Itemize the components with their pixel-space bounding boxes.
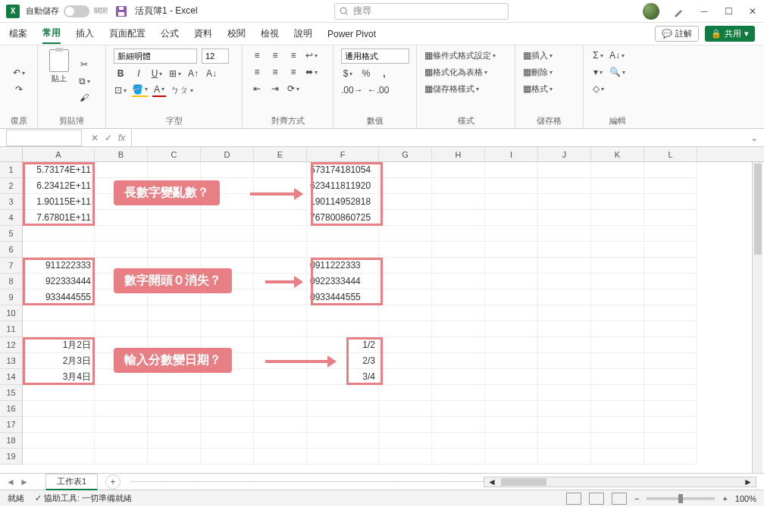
cell[interactable]: 1.90115E+11 — [23, 194, 95, 210]
cell[interactable] — [591, 289, 644, 305]
cell[interactable] — [254, 449, 307, 465]
cell[interactable] — [485, 210, 538, 226]
cell[interactable] — [485, 369, 538, 385]
cell[interactable] — [379, 417, 432, 433]
cell[interactable] — [95, 289, 148, 305]
column-header[interactable]: K — [591, 147, 644, 161]
row-header[interactable]: 9 — [0, 289, 22, 305]
close-button[interactable]: ✕ — [747, 6, 758, 17]
row-header[interactable]: 1 — [0, 162, 22, 178]
align-center-button[interactable]: ≡ — [268, 65, 282, 79]
cell[interactable] — [95, 353, 148, 369]
page-layout-view-button[interactable] — [589, 493, 604, 505]
cell[interactable] — [538, 289, 591, 305]
expand-formula-bar-icon[interactable]: ⌄ — [744, 133, 764, 143]
cell[interactable] — [307, 433, 379, 449]
undo-button[interactable]: ↶ — [8, 66, 30, 80]
sheet-tab[interactable]: 工作表1 — [45, 474, 98, 490]
cell[interactable] — [379, 321, 432, 337]
cell[interactable] — [591, 274, 644, 289]
share-button[interactable]: 🔒 共用 ▾ — [705, 26, 755, 42]
cell[interactable] — [538, 417, 591, 433]
merge-button[interactable]: ⬌ — [305, 65, 318, 79]
clear-button[interactable]: ◇ — [591, 82, 605, 95]
cell[interactable] — [379, 242, 432, 258]
insert-cells-button[interactable]: ▦ 插入 — [523, 49, 553, 62]
column-header[interactable]: J — [538, 147, 591, 161]
cell[interactable] — [538, 226, 591, 242]
cell[interactable] — [432, 401, 485, 417]
cell[interactable] — [591, 449, 644, 465]
column-header[interactable]: L — [644, 147, 697, 161]
cell[interactable] — [379, 210, 432, 226]
cell[interactable] — [485, 242, 538, 258]
cell[interactable] — [591, 210, 644, 226]
cell[interactable] — [95, 274, 148, 289]
cell[interactable] — [644, 194, 697, 210]
cell[interactable] — [254, 289, 307, 305]
cell[interactable] — [201, 401, 254, 417]
row-header[interactable]: 10 — [0, 305, 22, 321]
column-header[interactable]: D — [201, 147, 254, 161]
cell[interactable] — [23, 401, 95, 417]
tab-formulas[interactable]: 公式 — [161, 24, 179, 43]
cell[interactable] — [254, 162, 307, 178]
cell[interactable] — [432, 337, 485, 353]
cell[interactable] — [254, 178, 307, 194]
cell[interactable] — [644, 449, 697, 465]
cell[interactable] — [201, 194, 254, 210]
cell[interactable] — [379, 353, 432, 369]
cell[interactable] — [254, 417, 307, 433]
bold-button[interactable]: B — [114, 67, 127, 80]
name-box[interactable] — [6, 130, 82, 146]
cell[interactable] — [148, 449, 201, 465]
cell[interactable] — [95, 162, 148, 178]
cell[interactable] — [254, 305, 307, 321]
cell[interactable] — [485, 337, 538, 353]
row-header[interactable]: 12 — [0, 337, 22, 353]
cell[interactable] — [379, 274, 432, 289]
cell[interactable]: 5.73174E+11 — [23, 162, 95, 178]
sheet-nav-next-icon[interactable]: ► — [20, 477, 29, 487]
cell[interactable] — [432, 242, 485, 258]
paste-button[interactable]: 貼上 — [45, 49, 73, 85]
toggle-switch-icon[interactable] — [64, 5, 89, 17]
cell[interactable] — [254, 226, 307, 242]
cell[interactable] — [254, 194, 307, 210]
cell[interactable] — [148, 194, 201, 210]
cell[interactable] — [254, 385, 307, 401]
cell[interactable] — [95, 369, 148, 385]
tab-file[interactable]: 檔案 — [9, 24, 27, 43]
cell[interactable] — [538, 274, 591, 289]
cell[interactable] — [379, 226, 432, 242]
cell[interactable] — [644, 321, 697, 337]
cell[interactable] — [95, 385, 148, 401]
cell[interactable] — [591, 417, 644, 433]
cell[interactable]: 2月3日 — [23, 353, 95, 369]
find-select-button[interactable]: 🔍 — [609, 65, 625, 79]
cell[interactable] — [148, 210, 201, 226]
cell[interactable]: 623411811920 — [307, 178, 379, 194]
currency-button[interactable]: $ — [341, 67, 355, 80]
cell[interactable] — [644, 289, 697, 305]
column-header[interactable]: A — [23, 147, 95, 161]
font-size-select[interactable] — [202, 49, 229, 64]
cell[interactable] — [432, 258, 485, 274]
row-header[interactable]: 11 — [0, 321, 22, 337]
cell[interactable] — [307, 401, 379, 417]
cell-styles-button[interactable]: ▦ 儲存格樣式 — [424, 82, 479, 95]
copy-button[interactable]: ⧉ — [77, 74, 91, 88]
tab-data[interactable]: 資料 — [194, 24, 212, 43]
cell[interactable] — [148, 417, 201, 433]
cell[interactable] — [148, 178, 201, 194]
cell[interactable] — [148, 305, 201, 321]
cell[interactable] — [644, 226, 697, 242]
cell[interactable] — [307, 305, 379, 321]
cell[interactable] — [591, 401, 644, 417]
decrease-font-button[interactable]: A↓ — [205, 67, 218, 80]
cell[interactable] — [254, 369, 307, 385]
cell[interactable] — [432, 178, 485, 194]
cell[interactable] — [644, 178, 697, 194]
cell[interactable] — [591, 385, 644, 401]
cell[interactable] — [23, 385, 95, 401]
